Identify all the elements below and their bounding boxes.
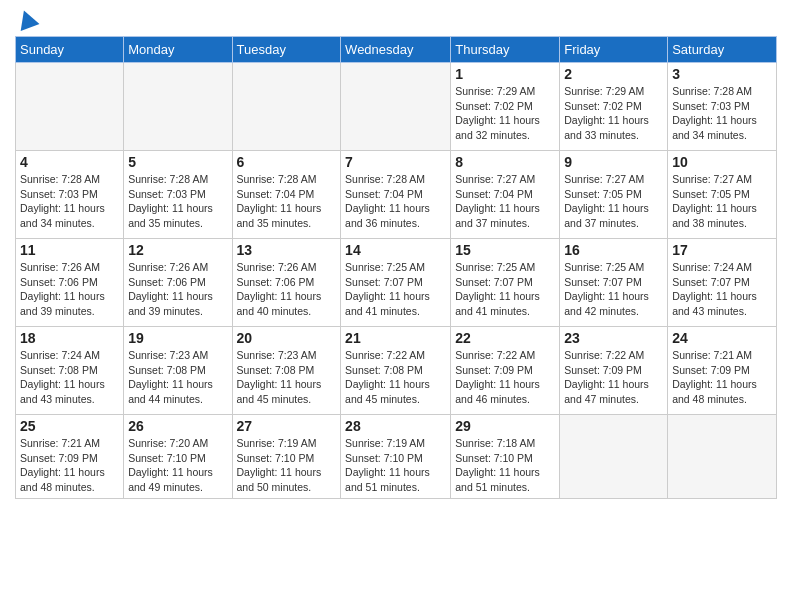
- day-info: Sunrise: 7:28 AM Sunset: 7:03 PM Dayligh…: [20, 172, 119, 231]
- day-info: Sunrise: 7:29 AM Sunset: 7:02 PM Dayligh…: [455, 84, 555, 143]
- day-number: 19: [128, 330, 227, 346]
- day-info: Sunrise: 7:28 AM Sunset: 7:04 PM Dayligh…: [345, 172, 446, 231]
- day-number: 8: [455, 154, 555, 170]
- day-cell: 1Sunrise: 7:29 AM Sunset: 7:02 PM Daylig…: [451, 63, 560, 151]
- day-info: Sunrise: 7:26 AM Sunset: 7:06 PM Dayligh…: [237, 260, 337, 319]
- logo-triangle-icon: [15, 7, 40, 31]
- day-info: Sunrise: 7:21 AM Sunset: 7:09 PM Dayligh…: [20, 436, 119, 495]
- day-cell: 23Sunrise: 7:22 AM Sunset: 7:09 PM Dayli…: [560, 327, 668, 415]
- header: [15, 10, 777, 28]
- day-info: Sunrise: 7:21 AM Sunset: 7:09 PM Dayligh…: [672, 348, 772, 407]
- week-row-5: 25Sunrise: 7:21 AM Sunset: 7:09 PM Dayli…: [16, 415, 777, 499]
- day-number: 18: [20, 330, 119, 346]
- day-number: 3: [672, 66, 772, 82]
- logo: [15, 10, 37, 28]
- day-info: Sunrise: 7:24 AM Sunset: 7:07 PM Dayligh…: [672, 260, 772, 319]
- day-info: Sunrise: 7:20 AM Sunset: 7:10 PM Dayligh…: [128, 436, 227, 495]
- day-info: Sunrise: 7:26 AM Sunset: 7:06 PM Dayligh…: [128, 260, 227, 319]
- day-number: 14: [345, 242, 446, 258]
- day-number: 12: [128, 242, 227, 258]
- day-number: 21: [345, 330, 446, 346]
- day-info: Sunrise: 7:22 AM Sunset: 7:09 PM Dayligh…: [455, 348, 555, 407]
- day-cell: [341, 63, 451, 151]
- day-info: Sunrise: 7:22 AM Sunset: 7:09 PM Dayligh…: [564, 348, 663, 407]
- col-header-tuesday: Tuesday: [232, 37, 341, 63]
- day-number: 2: [564, 66, 663, 82]
- day-info: Sunrise: 7:25 AM Sunset: 7:07 PM Dayligh…: [455, 260, 555, 319]
- day-number: 24: [672, 330, 772, 346]
- col-header-friday: Friday: [560, 37, 668, 63]
- day-cell: [16, 63, 124, 151]
- col-header-saturday: Saturday: [668, 37, 777, 63]
- day-cell: [124, 63, 232, 151]
- day-cell: 5Sunrise: 7:28 AM Sunset: 7:03 PM Daylig…: [124, 151, 232, 239]
- week-row-1: 1Sunrise: 7:29 AM Sunset: 7:02 PM Daylig…: [16, 63, 777, 151]
- day-info: Sunrise: 7:25 AM Sunset: 7:07 PM Dayligh…: [564, 260, 663, 319]
- day-info: Sunrise: 7:27 AM Sunset: 7:05 PM Dayligh…: [672, 172, 772, 231]
- day-number: 27: [237, 418, 337, 434]
- day-info: Sunrise: 7:28 AM Sunset: 7:04 PM Dayligh…: [237, 172, 337, 231]
- day-cell: 24Sunrise: 7:21 AM Sunset: 7:09 PM Dayli…: [668, 327, 777, 415]
- day-number: 10: [672, 154, 772, 170]
- day-number: 26: [128, 418, 227, 434]
- day-cell: 22Sunrise: 7:22 AM Sunset: 7:09 PM Dayli…: [451, 327, 560, 415]
- day-info: Sunrise: 7:26 AM Sunset: 7:06 PM Dayligh…: [20, 260, 119, 319]
- page: SundayMondayTuesdayWednesdayThursdayFrid…: [0, 0, 792, 509]
- day-cell: 10Sunrise: 7:27 AM Sunset: 7:05 PM Dayli…: [668, 151, 777, 239]
- day-cell: 6Sunrise: 7:28 AM Sunset: 7:04 PM Daylig…: [232, 151, 341, 239]
- calendar-table: SundayMondayTuesdayWednesdayThursdayFrid…: [15, 36, 777, 499]
- day-info: Sunrise: 7:19 AM Sunset: 7:10 PM Dayligh…: [237, 436, 337, 495]
- day-info: Sunrise: 7:23 AM Sunset: 7:08 PM Dayligh…: [237, 348, 337, 407]
- day-cell: 11Sunrise: 7:26 AM Sunset: 7:06 PM Dayli…: [16, 239, 124, 327]
- week-row-3: 11Sunrise: 7:26 AM Sunset: 7:06 PM Dayli…: [16, 239, 777, 327]
- day-number: 20: [237, 330, 337, 346]
- day-info: Sunrise: 7:27 AM Sunset: 7:04 PM Dayligh…: [455, 172, 555, 231]
- day-cell: 2Sunrise: 7:29 AM Sunset: 7:02 PM Daylig…: [560, 63, 668, 151]
- calendar-header-row: SundayMondayTuesdayWednesdayThursdayFrid…: [16, 37, 777, 63]
- day-cell: 15Sunrise: 7:25 AM Sunset: 7:07 PM Dayli…: [451, 239, 560, 327]
- day-cell: 20Sunrise: 7:23 AM Sunset: 7:08 PM Dayli…: [232, 327, 341, 415]
- day-number: 5: [128, 154, 227, 170]
- day-cell: 14Sunrise: 7:25 AM Sunset: 7:07 PM Dayli…: [341, 239, 451, 327]
- col-header-monday: Monday: [124, 37, 232, 63]
- day-cell: 8Sunrise: 7:27 AM Sunset: 7:04 PM Daylig…: [451, 151, 560, 239]
- day-info: Sunrise: 7:19 AM Sunset: 7:10 PM Dayligh…: [345, 436, 446, 495]
- day-number: 6: [237, 154, 337, 170]
- week-row-2: 4Sunrise: 7:28 AM Sunset: 7:03 PM Daylig…: [16, 151, 777, 239]
- day-cell: 12Sunrise: 7:26 AM Sunset: 7:06 PM Dayli…: [124, 239, 232, 327]
- day-info: Sunrise: 7:24 AM Sunset: 7:08 PM Dayligh…: [20, 348, 119, 407]
- day-cell: 9Sunrise: 7:27 AM Sunset: 7:05 PM Daylig…: [560, 151, 668, 239]
- day-cell: 17Sunrise: 7:24 AM Sunset: 7:07 PM Dayli…: [668, 239, 777, 327]
- day-info: Sunrise: 7:22 AM Sunset: 7:08 PM Dayligh…: [345, 348, 446, 407]
- day-info: Sunrise: 7:25 AM Sunset: 7:07 PM Dayligh…: [345, 260, 446, 319]
- day-info: Sunrise: 7:28 AM Sunset: 7:03 PM Dayligh…: [672, 84, 772, 143]
- day-info: Sunrise: 7:29 AM Sunset: 7:02 PM Dayligh…: [564, 84, 663, 143]
- day-number: 15: [455, 242, 555, 258]
- day-number: 17: [672, 242, 772, 258]
- day-number: 9: [564, 154, 663, 170]
- col-header-wednesday: Wednesday: [341, 37, 451, 63]
- day-cell: 27Sunrise: 7:19 AM Sunset: 7:10 PM Dayli…: [232, 415, 341, 499]
- day-number: 23: [564, 330, 663, 346]
- day-info: Sunrise: 7:18 AM Sunset: 7:10 PM Dayligh…: [455, 436, 555, 495]
- day-number: 29: [455, 418, 555, 434]
- day-cell: 29Sunrise: 7:18 AM Sunset: 7:10 PM Dayli…: [451, 415, 560, 499]
- day-number: 13: [237, 242, 337, 258]
- day-cell: [668, 415, 777, 499]
- day-number: 22: [455, 330, 555, 346]
- day-cell: [232, 63, 341, 151]
- day-number: 11: [20, 242, 119, 258]
- day-cell: 4Sunrise: 7:28 AM Sunset: 7:03 PM Daylig…: [16, 151, 124, 239]
- day-cell: 19Sunrise: 7:23 AM Sunset: 7:08 PM Dayli…: [124, 327, 232, 415]
- day-cell: 26Sunrise: 7:20 AM Sunset: 7:10 PM Dayli…: [124, 415, 232, 499]
- day-cell: 7Sunrise: 7:28 AM Sunset: 7:04 PM Daylig…: [341, 151, 451, 239]
- col-header-thursday: Thursday: [451, 37, 560, 63]
- day-info: Sunrise: 7:27 AM Sunset: 7:05 PM Dayligh…: [564, 172, 663, 231]
- day-info: Sunrise: 7:23 AM Sunset: 7:08 PM Dayligh…: [128, 348, 227, 407]
- day-cell: 25Sunrise: 7:21 AM Sunset: 7:09 PM Dayli…: [16, 415, 124, 499]
- day-info: Sunrise: 7:28 AM Sunset: 7:03 PM Dayligh…: [128, 172, 227, 231]
- day-cell: 18Sunrise: 7:24 AM Sunset: 7:08 PM Dayli…: [16, 327, 124, 415]
- day-cell: 28Sunrise: 7:19 AM Sunset: 7:10 PM Dayli…: [341, 415, 451, 499]
- day-cell: 13Sunrise: 7:26 AM Sunset: 7:06 PM Dayli…: [232, 239, 341, 327]
- day-number: 7: [345, 154, 446, 170]
